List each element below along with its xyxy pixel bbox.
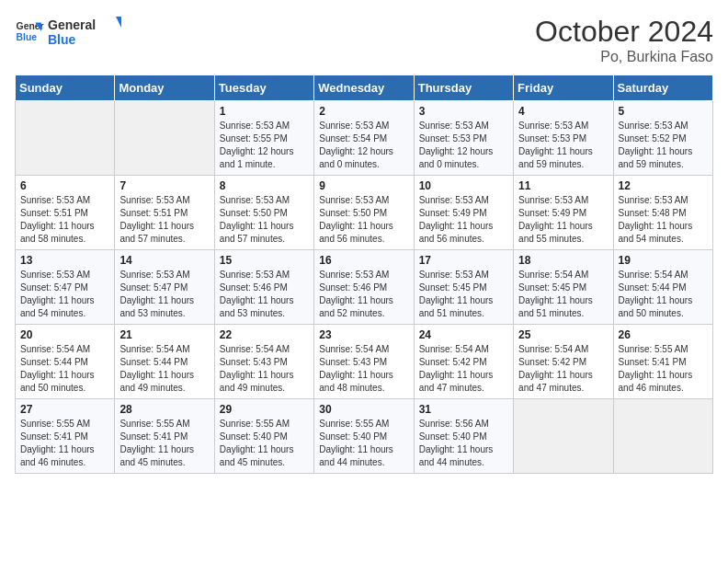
- logo-icon: General Blue: [15, 17, 44, 46]
- day-info: Sunrise: 5:53 AM Sunset: 5:50 PM Dayligh…: [220, 194, 309, 246]
- calendar-cell: 12Sunrise: 5:53 AM Sunset: 5:48 PM Dayli…: [613, 176, 712, 250]
- day-info: Sunrise: 5:55 AM Sunset: 5:40 PM Dayligh…: [319, 418, 408, 469]
- calendar-cell: 22Sunrise: 5:54 AM Sunset: 5:43 PM Dayli…: [214, 325, 313, 399]
- day-number: 24: [419, 328, 508, 341]
- day-number: 19: [619, 254, 708, 267]
- calendar-cell: 25Sunrise: 5:54 AM Sunset: 5:42 PM Dayli…: [514, 325, 613, 399]
- calendar-cell: 14Sunrise: 5:53 AM Sunset: 5:47 PM Dayli…: [115, 250, 214, 325]
- calendar-cell: 18Sunrise: 5:54 AM Sunset: 5:45 PM Dayli…: [514, 250, 613, 325]
- day-number: 31: [419, 403, 508, 416]
- day-info: Sunrise: 5:54 AM Sunset: 5:42 PM Dayligh…: [518, 343, 608, 395]
- day-number: 5: [619, 105, 708, 118]
- day-number: 21: [119, 328, 209, 341]
- calendar-cell: 13Sunrise: 5:53 AM Sunset: 5:47 PM Dayli…: [16, 250, 115, 325]
- day-number: 29: [220, 403, 309, 416]
- title-block: October 2024 Po, Burkina Faso: [535, 15, 713, 65]
- calendar-cell: 10Sunrise: 5:53 AM Sunset: 5:49 PM Dayli…: [414, 176, 513, 250]
- day-number: 7: [119, 179, 209, 192]
- day-info: Sunrise: 5:53 AM Sunset: 5:48 PM Dayligh…: [619, 194, 708, 246]
- calendar-cell: 26Sunrise: 5:55 AM Sunset: 5:41 PM Dayli…: [613, 325, 712, 399]
- day-info: Sunrise: 5:54 AM Sunset: 5:44 PM Dayligh…: [119, 343, 209, 395]
- day-info: Sunrise: 5:53 AM Sunset: 5:47 PM Dayligh…: [20, 269, 109, 320]
- calendar-table: SundayMondayTuesdayWednesdayThursdayFrid…: [15, 75, 713, 474]
- day-info: Sunrise: 5:55 AM Sunset: 5:40 PM Dayligh…: [220, 418, 309, 469]
- calendar-cell: [613, 399, 712, 474]
- calendar-cell: [115, 101, 214, 176]
- day-info: Sunrise: 5:54 AM Sunset: 5:43 PM Dayligh…: [220, 343, 309, 395]
- weekday-header: Thursday: [414, 75, 513, 101]
- calendar-cell: 30Sunrise: 5:55 AM Sunset: 5:40 PM Dayli…: [314, 399, 414, 474]
- day-info: Sunrise: 5:53 AM Sunset: 5:49 PM Dayligh…: [419, 194, 508, 246]
- day-info: Sunrise: 5:53 AM Sunset: 5:52 PM Dayligh…: [619, 120, 708, 171]
- day-number: 18: [518, 254, 608, 267]
- day-number: 15: [220, 254, 309, 267]
- day-info: Sunrise: 5:53 AM Sunset: 5:46 PM Dayligh…: [319, 269, 408, 320]
- calendar-cell: 23Sunrise: 5:54 AM Sunset: 5:43 PM Dayli…: [314, 325, 414, 399]
- day-number: 27: [20, 403, 109, 416]
- calendar-cell: 8Sunrise: 5:53 AM Sunset: 5:50 PM Daylig…: [214, 176, 313, 250]
- month-title: October 2024: [535, 15, 713, 49]
- calendar-cell: 11Sunrise: 5:53 AM Sunset: 5:49 PM Dayli…: [514, 176, 613, 250]
- calendar-cell: 21Sunrise: 5:54 AM Sunset: 5:44 PM Dayli…: [115, 325, 214, 399]
- calendar-cell: 24Sunrise: 5:54 AM Sunset: 5:42 PM Dayli…: [414, 325, 513, 399]
- day-number: 11: [518, 179, 608, 192]
- day-info: Sunrise: 5:55 AM Sunset: 5:41 PM Dayligh…: [119, 418, 209, 469]
- day-number: 22: [220, 328, 309, 341]
- day-number: 3: [419, 105, 508, 118]
- day-info: Sunrise: 5:53 AM Sunset: 5:51 PM Dayligh…: [119, 194, 209, 246]
- day-number: 12: [619, 179, 708, 192]
- day-info: Sunrise: 5:53 AM Sunset: 5:55 PM Dayligh…: [220, 120, 309, 171]
- svg-text:Blue: Blue: [48, 32, 76, 47]
- day-info: Sunrise: 5:53 AM Sunset: 5:50 PM Dayligh…: [319, 194, 408, 246]
- day-number: 23: [319, 328, 408, 341]
- calendar-week-row: 20Sunrise: 5:54 AM Sunset: 5:44 PM Dayli…: [16, 325, 713, 399]
- day-number: 13: [20, 254, 109, 267]
- day-number: 8: [220, 179, 309, 192]
- day-info: Sunrise: 5:53 AM Sunset: 5:53 PM Dayligh…: [419, 120, 508, 171]
- calendar-cell: 27Sunrise: 5:55 AM Sunset: 5:41 PM Dayli…: [16, 399, 115, 474]
- calendar-cell: 15Sunrise: 5:53 AM Sunset: 5:46 PM Dayli…: [214, 250, 313, 325]
- calendar-cell: 5Sunrise: 5:53 AM Sunset: 5:52 PM Daylig…: [613, 101, 712, 176]
- day-info: Sunrise: 5:53 AM Sunset: 5:47 PM Dayligh…: [119, 269, 209, 320]
- day-info: Sunrise: 5:55 AM Sunset: 5:41 PM Dayligh…: [619, 343, 708, 395]
- day-number: 28: [119, 403, 209, 416]
- day-number: 25: [518, 328, 608, 341]
- day-info: Sunrise: 5:53 AM Sunset: 5:53 PM Dayligh…: [518, 120, 608, 171]
- day-info: Sunrise: 5:53 AM Sunset: 5:46 PM Dayligh…: [220, 269, 309, 320]
- day-info: Sunrise: 5:53 AM Sunset: 5:49 PM Dayligh…: [518, 194, 608, 246]
- day-info: Sunrise: 5:53 AM Sunset: 5:54 PM Dayligh…: [319, 120, 408, 171]
- logo: General Blue General Blue: [15, 15, 121, 48]
- day-number: 17: [419, 254, 508, 267]
- page-header: General Blue General Blue October 2024 P…: [15, 15, 713, 65]
- calendar-cell: 2Sunrise: 5:53 AM Sunset: 5:54 PM Daylig…: [314, 101, 414, 176]
- day-info: Sunrise: 5:56 AM Sunset: 5:40 PM Dayligh…: [419, 418, 508, 469]
- weekday-header: Wednesday: [314, 75, 414, 101]
- calendar-cell: 9Sunrise: 5:53 AM Sunset: 5:50 PM Daylig…: [314, 176, 414, 250]
- calendar-cell: [16, 101, 115, 176]
- day-number: 10: [419, 179, 508, 192]
- calendar-cell: 6Sunrise: 5:53 AM Sunset: 5:51 PM Daylig…: [16, 176, 115, 250]
- calendar-cell: 1Sunrise: 5:53 AM Sunset: 5:55 PM Daylig…: [214, 101, 313, 176]
- day-info: Sunrise: 5:53 AM Sunset: 5:51 PM Dayligh…: [20, 194, 109, 246]
- day-info: Sunrise: 5:54 AM Sunset: 5:43 PM Dayligh…: [319, 343, 408, 395]
- calendar-cell: 19Sunrise: 5:54 AM Sunset: 5:44 PM Dayli…: [613, 250, 712, 325]
- calendar-week-row: 13Sunrise: 5:53 AM Sunset: 5:47 PM Dayli…: [16, 250, 713, 325]
- svg-text:Blue: Blue: [17, 32, 38, 42]
- calendar-cell: 17Sunrise: 5:53 AM Sunset: 5:45 PM Dayli…: [414, 250, 513, 325]
- day-info: Sunrise: 5:54 AM Sunset: 5:44 PM Dayligh…: [20, 343, 109, 395]
- day-info: Sunrise: 5:54 AM Sunset: 5:42 PM Dayligh…: [419, 343, 508, 395]
- svg-marker-5: [116, 17, 121, 31]
- calendar-cell: 28Sunrise: 5:55 AM Sunset: 5:41 PM Dayli…: [115, 399, 214, 474]
- location-subtitle: Po, Burkina Faso: [535, 49, 713, 65]
- day-info: Sunrise: 5:54 AM Sunset: 5:44 PM Dayligh…: [619, 269, 708, 320]
- day-info: Sunrise: 5:55 AM Sunset: 5:41 PM Dayligh…: [20, 418, 109, 469]
- calendar-week-row: 6Sunrise: 5:53 AM Sunset: 5:51 PM Daylig…: [16, 176, 713, 250]
- day-number: 26: [619, 328, 708, 341]
- weekday-header: Monday: [115, 75, 214, 101]
- day-number: 9: [319, 179, 408, 192]
- weekday-header-row: SundayMondayTuesdayWednesdayThursdayFrid…: [16, 75, 713, 101]
- day-number: 6: [20, 179, 109, 192]
- calendar-cell: 31Sunrise: 5:56 AM Sunset: 5:40 PM Dayli…: [414, 399, 513, 474]
- day-number: 30: [319, 403, 408, 416]
- day-info: Sunrise: 5:53 AM Sunset: 5:45 PM Dayligh…: [419, 269, 508, 320]
